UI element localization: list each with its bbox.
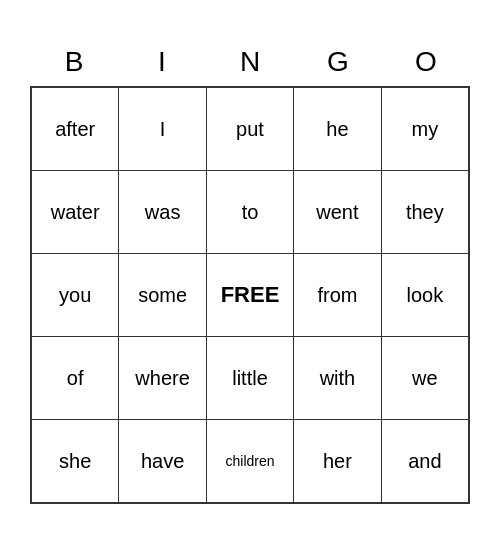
bingo-cell-0-2: put: [207, 88, 294, 170]
bingo-cell-2-4: look: [382, 254, 468, 336]
bingo-row-0: afterIputhemy: [32, 88, 468, 171]
bingo-cell-0-3: he: [294, 88, 381, 170]
bingo-cell-0-1: I: [119, 88, 206, 170]
bingo-grid: afterIputhemywaterwastowenttheyyousomeFR…: [30, 86, 470, 504]
bingo-cell-2-1: some: [119, 254, 206, 336]
bingo-cell-1-2: to: [207, 171, 294, 253]
bingo-cell-4-0: she: [32, 420, 119, 502]
bingo-row-3: ofwherelittlewithwe: [32, 337, 468, 420]
bingo-row-4: shehavechildrenherand: [32, 420, 468, 502]
header-letter-i: I: [118, 40, 206, 84]
bingo-cell-3-0: of: [32, 337, 119, 419]
bingo-cell-3-3: with: [294, 337, 381, 419]
header-letter-o: O: [382, 40, 470, 84]
bingo-cell-2-0: you: [32, 254, 119, 336]
bingo-row-1: waterwastowentthey: [32, 171, 468, 254]
header-letter-n: N: [206, 40, 294, 84]
header-letter-g: G: [294, 40, 382, 84]
bingo-cell-4-3: her: [294, 420, 381, 502]
bingo-cell-3-4: we: [382, 337, 468, 419]
bingo-cell-1-4: they: [382, 171, 468, 253]
bingo-card: BINGO afterIputhemywaterwastowenttheyyou…: [30, 40, 470, 504]
bingo-header: BINGO: [30, 40, 470, 84]
bingo-cell-1-1: was: [119, 171, 206, 253]
bingo-cell-0-4: my: [382, 88, 468, 170]
bingo-cell-4-1: have: [119, 420, 206, 502]
bingo-cell-0-0: after: [32, 88, 119, 170]
bingo-cell-1-3: went: [294, 171, 381, 253]
bingo-cell-3-2: little: [207, 337, 294, 419]
bingo-row-2: yousomeFREEfromlook: [32, 254, 468, 337]
bingo-cell-4-2: children: [207, 420, 294, 502]
bingo-cell-3-1: where: [119, 337, 206, 419]
header-letter-b: B: [30, 40, 118, 84]
bingo-cell-4-4: and: [382, 420, 468, 502]
bingo-cell-2-3: from: [294, 254, 381, 336]
bingo-cell-2-2: FREE: [207, 254, 294, 336]
bingo-cell-1-0: water: [32, 171, 119, 253]
